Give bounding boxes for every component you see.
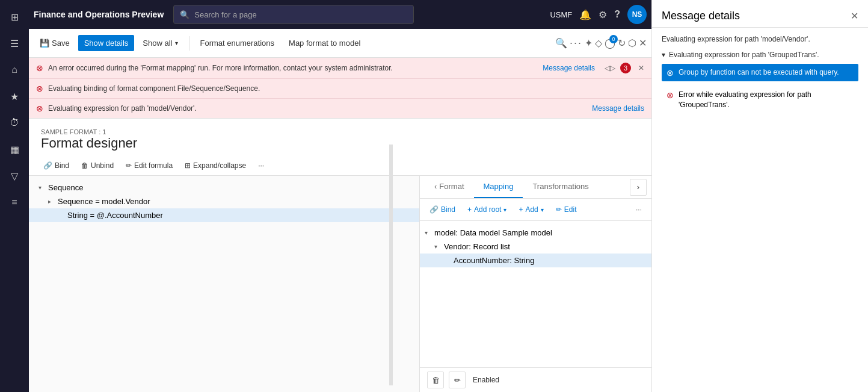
- model-item-account[interactable]: AccountNumber: String: [420, 254, 651, 267]
- map-add-root-chevron: ▾: [503, 207, 506, 213]
- share-icon[interactable]: ◇: [595, 37, 602, 49]
- badge-icon[interactable]: ◯ 0: [605, 37, 615, 49]
- connect-icon[interactable]: ✦: [585, 37, 593, 49]
- bind-icon: 🔗: [43, 161, 52, 170]
- tab-format-arrow: ‹: [434, 182, 437, 191]
- message-section-header[interactable]: ▾ Evaluating expression for path 'Groupe…: [662, 51, 858, 59]
- tab-mapping[interactable]: Mapping: [474, 176, 523, 198]
- status-text: Enabled: [473, 376, 499, 384]
- expand-collapse-label: Expand/collapse: [193, 161, 246, 170]
- sequence-model-label: Sequence = model.Vendor: [58, 197, 414, 206]
- search-bar[interactable]: 🔍 Search for a page: [173, 5, 414, 24]
- tree-item-sequence[interactable]: ▾ Sequence: [29, 181, 419, 194]
- map-edit-icon: ✏: [556, 205, 562, 214]
- expand-collapse-button[interactable]: ⊞ Expand/collapse: [180, 158, 251, 173]
- map-add-icon: +: [519, 205, 523, 214]
- map-add-root-label: Add root: [474, 205, 501, 214]
- message-path: Evaluating expression for path 'model/Ve…: [662, 35, 858, 43]
- open-icon[interactable]: ⬡: [628, 37, 636, 49]
- user-avatar[interactable]: NS: [627, 5, 647, 24]
- save-button[interactable]: 💾 Save: [34, 35, 76, 51]
- show-details-button[interactable]: Show details: [78, 35, 135, 51]
- map-edit-label: Edit: [564, 205, 577, 214]
- string-label: String = @.AccountNumber: [67, 211, 414, 220]
- bind-button[interactable]: 🔗 Bind: [38, 158, 74, 173]
- map-add-chevron: ▾: [541, 207, 544, 213]
- message-details-link-3[interactable]: Message details: [592, 104, 644, 113]
- sidebar-home-icon[interactable]: ⌂: [2, 58, 26, 82]
- search-placeholder: Search for a page: [194, 10, 256, 19]
- tree-item-sequence-model[interactable]: ▸ Sequence = model.Vendor: [29, 194, 419, 208]
- model-item-root[interactable]: ▾ model: Data model Sample model: [420, 226, 651, 240]
- mapping-tabs: ‹ Format Mapping Transformations ›: [420, 176, 651, 199]
- format-enumerations-label: Format enumerations: [200, 39, 275, 48]
- sidebar-hamburger-icon[interactable]: ☰: [2, 31, 26, 55]
- more-icon[interactable]: ···: [570, 37, 582, 49]
- show-all-button[interactable]: Show all ▾: [137, 35, 183, 51]
- map-bind-button[interactable]: 🔗 Bind: [425, 202, 460, 217]
- main-area: Finance and Operations Preview 🔍 Search …: [29, 0, 651, 392]
- sidebar-list-icon[interactable]: ≡: [2, 190, 26, 214]
- format-enumerations-button[interactable]: Format enumerations: [194, 35, 281, 51]
- edit-formula-button[interactable]: ✏ Edit formula: [121, 158, 177, 173]
- message-panel-close[interactable]: ✕: [851, 10, 858, 22]
- message-details-link-1[interactable]: Message details: [543, 64, 595, 72]
- tree-area: ▾ Sequence ▸ Sequence = model.Vendor Str…: [29, 176, 419, 392]
- search-toolbar-icon[interactable]: 🔍: [555, 37, 567, 49]
- tab-format[interactable]: ‹ Format: [425, 176, 474, 198]
- map-format-label: Map format to model: [289, 39, 360, 48]
- sidebar-star-icon[interactable]: ★: [2, 84, 26, 108]
- gear-icon[interactable]: ⚙: [599, 9, 607, 20]
- designer-title: Format designer: [41, 135, 639, 151]
- map-add-button[interactable]: + Add ▾: [514, 202, 548, 217]
- map-format-button[interactable]: Map format to model: [283, 35, 366, 51]
- split-panels: ▾ Sequence ▸ Sequence = model.Vendor Str…: [29, 176, 651, 392]
- tab-transformations[interactable]: Transformations: [523, 176, 598, 198]
- mapping-tab-next[interactable]: ›: [630, 179, 647, 196]
- bind-label: Bind: [55, 161, 69, 170]
- msg-icon-1: ⊗: [666, 68, 674, 78]
- unbind-icon: 🗑: [81, 161, 88, 170]
- delete-status-button[interactable]: 🗑: [427, 372, 444, 388]
- app-title: Finance and Operations Preview: [34, 10, 164, 19]
- section-label: Evaluating expression for path 'GroupedT…: [669, 51, 819, 59]
- sidebar-grid-icon[interactable]: ⊞: [2, 5, 26, 29]
- nav-right: USMF 🔔 ⚙ ? NS: [550, 5, 647, 24]
- error-item-1: ⊗ An error occurred during the 'Format m…: [29, 58, 651, 79]
- map-edit-button[interactable]: ✏ Edit: [551, 202, 582, 217]
- map-more-button[interactable]: ···: [631, 202, 647, 217]
- model-account-label: AccountNumber: String: [454, 256, 534, 265]
- unbind-button[interactable]: 🗑 Unbind: [76, 158, 119, 173]
- msg-text-1: Group by function can not be executed wi…: [679, 67, 839, 78]
- right-panel: ‹ Format Mapping Transformations ›: [420, 176, 651, 392]
- map-add-root-button[interactable]: + Add root ▾: [463, 202, 511, 217]
- vertical-splitter[interactable]: [389, 176, 393, 385]
- bell-icon[interactable]: 🔔: [579, 9, 591, 20]
- message-content: Evaluating expression for path 'model/Ve…: [652, 28, 868, 392]
- sidebar-table-icon[interactable]: ▦: [2, 137, 26, 161]
- question-icon[interactable]: ?: [614, 9, 620, 20]
- error-close-icon[interactable]: ✕: [638, 64, 644, 72]
- sidebar-clock-icon[interactable]: ⏱: [2, 111, 26, 135]
- message-error-item-1: ⊗ Group by function can not be executed …: [662, 64, 858, 81]
- topnav: Finance and Operations Preview 🔍 Search …: [29, 0, 651, 29]
- save-label: Save: [52, 39, 70, 48]
- close-toolbar-icon[interactable]: ✕: [639, 37, 647, 49]
- section-chevron: ▾: [662, 51, 665, 59]
- error-icon-2: ⊗: [36, 84, 43, 93]
- save-icon: 💾: [40, 39, 49, 48]
- tree-item-string[interactable]: String = @.AccountNumber: [29, 208, 419, 222]
- sidebar-filter-icon[interactable]: ▽: [2, 164, 26, 188]
- sequence-label: Sequence: [48, 183, 414, 192]
- message-section-grouped: ▾ Evaluating expression for path 'Groupe…: [662, 51, 858, 114]
- error-bar: ⊗ An error occurred during the 'Format m…: [29, 58, 651, 119]
- error-text-1: An error occurred during the 'Format map…: [48, 64, 538, 72]
- edit-formula-icon: ✏: [126, 161, 132, 170]
- map-add-root-icon: +: [467, 205, 472, 214]
- edit-status-button[interactable]: ✏: [449, 372, 466, 388]
- more-designer-button[interactable]: ···: [253, 158, 269, 173]
- msg-text-2: Error while evaluating expression for pa…: [679, 90, 854, 110]
- model-item-vendor[interactable]: ▾ Vendor: Record list: [420, 240, 651, 254]
- refresh-icon[interactable]: ↻: [618, 37, 626, 49]
- map-bind-label: Bind: [441, 205, 455, 214]
